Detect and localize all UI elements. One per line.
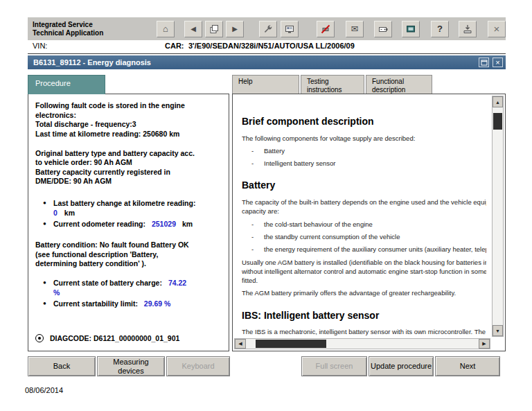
procedure-text: Following fault code is stored in the en…	[28, 94, 229, 351]
bullet-unit: km	[182, 220, 193, 228]
bullet-state-of-charge: Current state of battery charge: 74.22 %	[35, 279, 223, 297]
vertical-scrollbar[interactable]: ▲ ▼	[492, 96, 504, 337]
scroll-up-button[interactable]: ▲	[493, 96, 503, 107]
identification-button[interactable]	[281, 21, 299, 37]
back-arrow-icon: ◀	[190, 26, 196, 33]
help-button[interactable]: ?	[431, 21, 449, 37]
paragraph: The capacity of the built-in battery dep…	[242, 198, 486, 216]
back-bottom-button[interactable]: Back	[28, 356, 96, 376]
description-content: Brief component description The followin…	[234, 94, 490, 338]
battery-condition-line: determining battery condition' ).	[35, 259, 223, 269]
connection-button[interactable]	[317, 21, 335, 37]
question-mark-icon: ?	[437, 24, 443, 33]
app-window: Integrated Service Technical Application…	[0, 0, 532, 411]
scroll-left-icon: ◀	[238, 341, 242, 347]
copy-button[interactable]	[205, 21, 223, 37]
scroll-right-icon: ▶	[482, 341, 486, 347]
fault-code-line: Following fault code is stored in the en…	[35, 101, 223, 111]
list-item: Intelligent battery sensor	[242, 159, 486, 168]
app-title-line1: Integrated Service	[33, 21, 137, 29]
km-bullets-block: Last battery change at kilometre reading…	[35, 199, 223, 229]
main-toolbar: Integrated Service Technical Application…	[28, 17, 506, 40]
home-button[interactable]: ⌂	[157, 21, 175, 37]
import-button[interactable]	[459, 21, 477, 37]
fault-code-line: electronics:	[35, 111, 223, 121]
scroll-down-icon: ▼	[495, 329, 500, 333]
scroll-down-button[interactable]: ▼	[493, 325, 503, 336]
horizontal-scroll-thumb[interactable]	[256, 340, 326, 348]
scroll-up-icon: ▲	[495, 100, 500, 105]
section-heading: Battery	[242, 179, 486, 193]
tab-testing-instructions-label: Testing instructions	[307, 78, 342, 94]
paragraph: Usually one AGM battery is installed (id…	[242, 258, 486, 286]
paragraph: The IBS is a mechatronic, intelligent ba…	[242, 327, 486, 338]
vertical-scroll-thumb[interactable]	[493, 113, 502, 130]
dialog-close-button[interactable]: ×	[493, 58, 503, 67]
tools-button[interactable]	[259, 21, 277, 37]
fault-code-line: Total discharge - frequency:3	[35, 120, 223, 130]
update-procedure-button-label: Update procedure	[371, 362, 432, 370]
battery-condition-line: (see functional description 'Battery,	[35, 250, 223, 260]
battery-type-line: Battery capacity currently registered in	[35, 168, 223, 177]
paragraph: The following components for voltage sup…	[242, 134, 486, 143]
measuring-devices-button[interactable]: Measuring devices	[97, 356, 165, 376]
measuring-devices-button-label: Measuring devices	[107, 358, 154, 374]
mail-button[interactable]: ✉	[346, 21, 364, 37]
full-screen-button-label: Full screen	[316, 362, 353, 370]
bullet-value: 0	[53, 209, 57, 217]
bullet-text: Current odometer reading:	[53, 220, 145, 228]
scroll-right-button[interactable]: ▶	[479, 339, 490, 349]
restore-window-icon	[481, 60, 488, 66]
update-procedure-button[interactable]: Update procedure	[369, 356, 434, 376]
list-item: Battery	[242, 146, 486, 155]
back-button[interactable]: ◀	[184, 21, 202, 37]
section-heading: IBS: Intelligent battery sensor	[242, 309, 486, 323]
scroll-left-button[interactable]: ◀	[235, 339, 246, 349]
battery-status-button[interactable]	[374, 21, 392, 37]
wrench-icon	[263, 24, 274, 35]
printer-icon	[405, 24, 416, 35]
forward-arrow-icon: ▶	[232, 26, 238, 33]
bullet-unit: km	[64, 209, 75, 217]
vehicle-info-bar: VIN: CAR: 3'/E90/SEDAN/328i/N51/AUTO/USA…	[28, 40, 506, 54]
paragraph-line: without intelligent alternator control a…	[242, 267, 486, 276]
horizontal-scrollbar[interactable]: ◀ ▶	[234, 338, 490, 349]
identification-reader-icon	[284, 24, 295, 35]
bullet-unit: %	[53, 288, 60, 297]
bullet-current-odometer: Current odometer reading: 251029 km	[35, 220, 223, 229]
bullet-text: Current startability limit:	[53, 299, 138, 308]
tab-testing-instructions[interactable]: Testing instructions	[301, 75, 364, 94]
fault-code-line: Last time at kilometre reading: 250680 k…	[35, 130, 223, 139]
paragraph-line: The IBS is a mechatronic, intelligent ba…	[242, 327, 486, 336]
restore-window-button[interactable]	[479, 58, 489, 67]
status-date: 08/06/2014	[25, 386, 63, 394]
battery-type-line: Original battery type and battery capaci…	[35, 149, 223, 159]
app-close-button[interactable]: ×	[488, 21, 506, 37]
diagcode-label: DIAGCODE: D6121_00000000_01_901	[50, 334, 179, 342]
bullet-last-battery-change: Last battery change at kilometre reading…	[35, 199, 223, 218]
print-button[interactable]	[402, 21, 420, 37]
next-button[interactable]: Next	[435, 356, 500, 376]
tab-functional-description[interactable]: Functional description	[366, 75, 432, 94]
list-item: the standby current consumption of the v…	[242, 232, 486, 241]
battery-condition-block: Battery condition: No fault found Batter…	[35, 241, 223, 269]
battery-type-line: DME/DDE: 90 Ah AGM	[35, 177, 223, 186]
battery-condition-line: Battery condition: No fault found Batter…	[35, 241, 223, 250]
battery-type-line: to vehicle order: 90 Ah AGM	[35, 158, 223, 168]
bullet-value: 29.69 %	[144, 299, 171, 308]
procedure-panel: Following fault code is stored in the en…	[28, 94, 229, 351]
diagcode-radio-icon[interactable]	[35, 334, 44, 342]
tab-procedure-label: Procedure	[35, 79, 71, 87]
tab-procedure[interactable]: Procedure	[28, 75, 105, 94]
next-button-label: Next	[460, 362, 476, 370]
paragraph-line: electronics module. The electronics modu…	[242, 337, 486, 338]
diagcode-row[interactable]: DIAGCODE: D6121_00000000_01_901	[35, 334, 179, 342]
tab-help[interactable]: Help	[232, 75, 299, 94]
list-item: the cold-start behaviour of the engine	[242, 220, 486, 229]
forward-button[interactable]: ▶	[226, 21, 244, 37]
connection-alert-icon	[320, 24, 331, 35]
home-icon: ⌂	[163, 24, 168, 33]
bullet-text: Current state of battery charge:	[53, 279, 162, 287]
charge-bullets-block: Current state of battery charge: 74.22 %…	[35, 279, 223, 309]
vin-label: VIN:	[33, 42, 47, 50]
